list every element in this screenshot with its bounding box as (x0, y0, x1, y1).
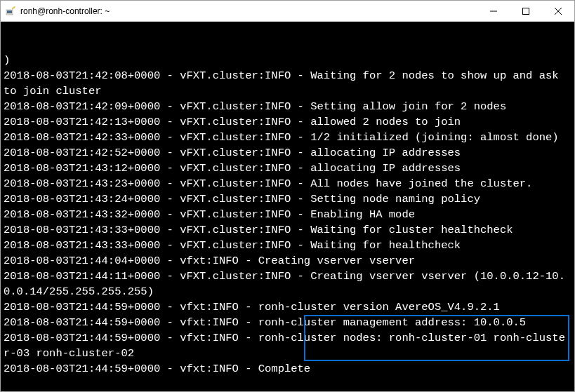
svg-rect-3 (523, 8, 529, 14)
maximize-button[interactable] (510, 1, 542, 21)
terminal-line: 2018-08-03T21:43:32+0000 - vFXT.cluster:… (4, 207, 571, 222)
terminal-line: 2018-08-03T21:44:59+0000 - vfxt:INFO - r… (4, 330, 571, 361)
terminal-line: 2018-08-03T21:43:23+0000 - vFXT.cluster:… (4, 176, 571, 191)
terminal-line: 2018-08-03T21:43:24+0000 - vFXT.cluster:… (4, 191, 571, 207)
svg-rect-1 (7, 11, 12, 13)
terminal-line: 2018-08-03T21:44:11+0000 - vFXT.cluster:… (4, 269, 571, 299)
putty-icon (5, 6, 16, 17)
terminal-line: 2018-08-03T21:44:04+0000 - vfxt:INFO - C… (4, 253, 571, 269)
terminal-line: 2018-08-03T21:43:33+0000 - vFXT.cluster:… (4, 238, 571, 253)
terminal-line: 2018-08-03T21:44:59+0000 - vfxt:INFO - r… (4, 315, 571, 330)
close-icon (555, 8, 562, 15)
terminal-line: 2018-08-03T21:43:12+0000 - vFXT.cluster:… (4, 161, 571, 176)
minimize-button[interactable] (477, 1, 510, 21)
terminal-line: 2018-08-03T21:43:33+0000 - vFXT.cluster:… (4, 222, 571, 238)
terminal-line: 2018-08-03T21:44:59+0000 - vfxt:INFO - r… (4, 299, 571, 315)
terminal-line: 2018-08-03T21:44:59+0000 - vfxt:INFO - C… (4, 361, 571, 377)
window-titlebar: ronh@ronh-controller: ~ (1, 1, 574, 22)
window-controls (477, 1, 574, 21)
terminal-lines: )2018-08-03T21:42:08+0000 - vFXT.cluster… (4, 53, 571, 377)
terminal-line: 2018-08-03T21:42:13+0000 - vFXT.cluster:… (4, 114, 571, 130)
terminal-line: 2018-08-03T21:42:52+0000 - vFXT.cluster:… (4, 145, 571, 161)
terminal-line: 2018-08-03T21:42:33+0000 - vFXT.cluster:… (4, 130, 571, 145)
maximize-icon (522, 8, 529, 15)
titlebar-left: ronh@ronh-controller: ~ (1, 6, 110, 17)
window-title: ronh@ronh-controller: ~ (20, 6, 110, 16)
terminal-output[interactable]: )2018-08-03T21:42:08+0000 - vFXT.cluster… (1, 22, 574, 391)
terminal-line: ) (4, 53, 571, 68)
close-button[interactable] (542, 1, 574, 21)
terminal-line: 2018-08-03T21:42:09+0000 - vFXT.cluster:… (4, 99, 571, 114)
terminal-line: 2018-08-03T21:42:08+0000 - vFXT.cluster:… (4, 68, 571, 99)
minimize-icon (490, 8, 497, 15)
